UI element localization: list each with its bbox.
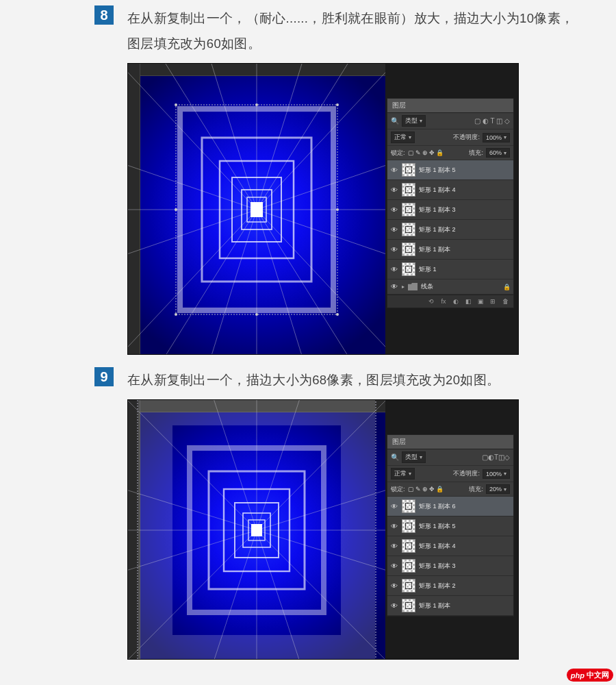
adj-icon[interactable]: ◧ — [464, 298, 472, 305]
svg-point-28 — [175, 103, 177, 106]
blend-mode-select[interactable]: 正常▾ — [391, 468, 415, 480]
layer-name-label: 矩形 1 — [419, 265, 437, 274]
filter-type-select[interactable]: 类型▾ — [402, 115, 426, 127]
svg-line-12 — [128, 210, 257, 301]
layer-item[interactable]: 👁矩形 1 副本 2 — [387, 576, 513, 596]
layer-name-label: 矩形 1 副本 5 — [419, 522, 456, 531]
visibility-eye-icon[interactable]: 👁 — [390, 226, 398, 234]
opacity-input[interactable]: 100%▾ — [483, 469, 510, 479]
layer-list-8: 👁矩形 1 副本 5👁矩形 1 副本 4👁矩形 1 副本 3👁矩形 1 副本 2… — [387, 160, 513, 295]
layers-panel-9: 图层 🔍 类型▾ ▢◐T◫◇ 正常▾ 不透明度: 100%▾ 锁定: ▢✎⊕✥🔒 — [387, 434, 514, 616]
ps-canvas[interactable] — [128, 400, 385, 660]
layer-item[interactable]: 👁矩形 1 副本 5 — [387, 516, 513, 536]
visibility-eye-icon[interactable]: 👁 — [390, 602, 398, 610]
layer-name-label: 矩形 1 副本 — [419, 245, 450, 254]
folder-icon — [408, 283, 418, 290]
visibility-eye-icon[interactable]: 👁 — [390, 543, 398, 550]
step-8-text: 在从新复制出一个，（耐心......，胜利就在眼前）放大，描边大小为10像素，图… — [127, 5, 575, 56]
filter-type-select[interactable]: 类型▾ — [402, 451, 426, 463]
disclosure-triangle-icon[interactable]: ▸ — [402, 284, 405, 290]
link-icon[interactable]: ⟲ — [427, 298, 435, 305]
visibility-eye-icon[interactable]: 👁 — [390, 503, 398, 510]
svg-rect-27 — [251, 202, 263, 217]
layer-name-label: 矩形 1 副本 3 — [419, 562, 456, 571]
trash-icon[interactable]: 🗑 — [501, 298, 509, 305]
fill-label: 填充: — [469, 149, 483, 158]
visibility-eye-icon[interactable]: 👁 — [390, 186, 398, 194]
layer-item[interactable]: 👁矩形 1 副本 6 — [387, 497, 513, 516]
panel-footer: ⟲ fx ◐ ◧ ▣ ⊞ 🗑 — [387, 295, 513, 308]
layer-name-label: 矩形 1 副本 3 — [419, 206, 456, 214]
svg-line-13 — [257, 210, 385, 301]
layer-thumbnail[interactable] — [402, 242, 415, 256]
blend-mode-select[interactable]: 正常▾ — [391, 132, 415, 143]
panel-tab[interactable]: 图层 — [387, 435, 513, 449]
watermark-badge: php中文网 — [567, 669, 613, 682]
step-8: 8 在从新复制出一个，（耐心......，胜利就在眼前）放大，描边大小为10像素… — [0, 0, 616, 362]
ps-canvas[interactable] — [128, 64, 385, 355]
layer-item[interactable]: 👁矩形 1 — [387, 260, 513, 279]
layer-thumbnail[interactable] — [402, 559, 415, 573]
opacity-label: 不透明度: — [453, 469, 480, 478]
layer-name-label: 线条 — [421, 282, 433, 291]
layer-item[interactable]: 👁矩形 1 副本 — [387, 596, 513, 616]
layer-thumbnail[interactable] — [402, 163, 415, 177]
layer-item[interactable]: 👁矩形 1 副本 4 — [387, 536, 513, 556]
lock-icons[interactable]: ▢✎⊕✥🔒 — [408, 149, 445, 156]
visibility-eye-icon[interactable]: 👁 — [390, 523, 398, 530]
opacity-input[interactable]: 100%▾ — [483, 133, 510, 142]
fill-input[interactable]: 20%▾ — [486, 484, 510, 494]
lock-icon: 🔒 — [503, 284, 511, 290]
layer-item[interactable]: 👁矩形 1 副本 3 — [387, 556, 513, 576]
group-icon[interactable]: ▣ — [476, 298, 485, 305]
filter-icons[interactable]: ▢ ◐ T ◫ ◇ — [474, 117, 510, 125]
layer-name-label: 矩形 1 副本 5 — [419, 166, 456, 175]
lock-row: 锁定: ▢✎⊕✥🔒 填充: 60%▾ — [387, 146, 513, 160]
layer-name-label: 矩形 1 副本 4 — [419, 542, 456, 551]
mask-icon[interactable]: ◐ — [452, 298, 460, 305]
layer-thumbnail[interactable] — [402, 579, 415, 593]
svg-point-30 — [336, 103, 339, 106]
layer-item[interactable]: 👁矩形 1 副本 — [387, 240, 513, 260]
fill-input[interactable]: 60%▾ — [486, 148, 510, 158]
layer-thumbnail[interactable] — [402, 519, 415, 533]
layer-thumbnail[interactable] — [402, 599, 415, 612]
fx-icon[interactable]: fx — [439, 298, 448, 305]
layer-list-9: 👁矩形 1 副本 6👁矩形 1 副本 5👁矩形 1 副本 4👁矩形 1 副本 3… — [387, 497, 513, 616]
layer-item[interactable]: 👁▸线条🔒 — [387, 279, 513, 295]
layer-thumbnail[interactable] — [402, 203, 415, 216]
visibility-eye-icon[interactable]: 👁 — [390, 246, 398, 253]
visibility-eye-icon[interactable]: 👁 — [390, 283, 398, 290]
lock-icons[interactable]: ▢✎⊕✥🔒 — [408, 486, 445, 493]
layer-name-label: 矩形 1 副本 6 — [419, 502, 456, 511]
chevron-down-icon: ▾ — [420, 118, 422, 124]
filter-row: 🔍 类型▾ ▢◐T◫◇ — [387, 449, 513, 466]
layer-name-label: 矩形 1 副本 2 — [419, 225, 456, 234]
filter-row: 🔍 类型▾ ▢ ◐ T ◫ ◇ — [387, 113, 513, 129]
visibility-eye-icon[interactable]: 👁 — [390, 582, 398, 590]
layer-item[interactable]: 👁矩形 1 副本 2 — [387, 220, 513, 240]
layer-item[interactable]: 👁矩形 1 副本 3 — [387, 200, 513, 220]
visibility-eye-icon[interactable]: 👁 — [390, 206, 398, 214]
new-layer-icon[interactable]: ⊞ — [489, 298, 497, 305]
layer-thumbnail[interactable] — [402, 262, 415, 276]
opacity-label: 不透明度: — [453, 133, 480, 142]
layer-thumbnail[interactable] — [402, 183, 415, 197]
svg-point-34 — [255, 313, 258, 316]
search-icon: 🔍 — [391, 117, 399, 125]
visibility-eye-icon[interactable]: 👁 — [390, 166, 398, 174]
filter-icons[interactable]: ▢◐T◫◇ — [482, 453, 510, 461]
lock-label: 锁定: — [391, 149, 405, 158]
panel-tab[interactable]: 图层 — [387, 99, 513, 113]
step-9: 9 在从新复制出一个，描边大小为68像素，图层填充改为20如图。 — [0, 362, 616, 667]
layer-item[interactable]: 👁矩形 1 副本 5 — [387, 160, 513, 180]
layer-thumbnail[interactable] — [402, 223, 415, 236]
layer-thumbnail[interactable] — [402, 539, 415, 553]
visibility-eye-icon[interactable]: 👁 — [390, 562, 398, 570]
layer-thumbnail[interactable] — [402, 499, 415, 513]
visibility-eye-icon[interactable]: 👁 — [390, 266, 398, 273]
layer-name-label: 矩形 1 副本 — [419, 601, 450, 610]
layer-name-label: 矩形 1 副本 4 — [419, 186, 456, 195]
layer-item[interactable]: 👁矩形 1 副本 4 — [387, 180, 513, 200]
artwork-svg — [128, 400, 385, 660]
